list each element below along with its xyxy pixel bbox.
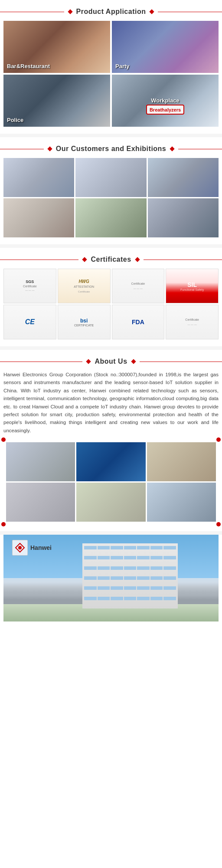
product-grid: Bar&Restaurant Party Police Workplace Br… <box>3 21 219 127</box>
building-windows <box>82 543 178 608</box>
product-application-section: Product Application Bar&Restaurant Party… <box>0 0 222 134</box>
window <box>111 586 123 590</box>
diamond-icon-right <box>150 9 154 14</box>
product-item-party: Party <box>112 21 219 73</box>
customers-header: Our Customers and Exhibitions <box>0 137 222 158</box>
diamond-icon-left-4 <box>86 359 91 364</box>
certificate-6-bsi: bsi CERTIFICATE <box>58 305 111 339</box>
divider-1 <box>0 134 222 137</box>
certificates-section: Certificates SGS Certificate — — — HWG A… <box>0 248 222 346</box>
about-photos-wrapper <box>3 440 219 524</box>
divider-3 <box>0 346 222 350</box>
product-item-police: Police <box>3 75 110 127</box>
hanwei-logo: Hanwei <box>12 540 52 556</box>
corner-dot-tl <box>1 437 6 442</box>
certificate-2: HWG ATTESTATION Certificate <box>58 269 111 303</box>
certificate-5-ce: CE <box>3 305 56 339</box>
window <box>124 556 137 559</box>
about-us-title: About Us <box>95 358 127 365</box>
customers-section: Our Customers and Exhibitions <box>0 137 222 244</box>
about-photo-4 <box>6 483 75 522</box>
window <box>150 586 163 590</box>
about-photo-1 <box>6 442 75 481</box>
window <box>84 546 97 549</box>
window <box>111 566 123 570</box>
about-us-text: Hanwei Electronics Group Corporation (St… <box>3 371 219 434</box>
window <box>84 586 97 590</box>
window <box>124 566 137 570</box>
about-us-header: About Us <box>0 350 222 371</box>
window <box>150 566 163 570</box>
building-structure <box>82 543 178 608</box>
about-photo-6 <box>147 483 216 522</box>
corner-dot-bl <box>1 522 6 526</box>
window <box>98 597 110 600</box>
product-application-header: Product Application <box>0 0 222 21</box>
sil-badge: SIL <box>180 281 204 288</box>
diamond-icon-right-3 <box>135 257 140 262</box>
corner-dot-tr <box>216 437 221 442</box>
customer-item-3 <box>148 158 219 197</box>
window <box>137 586 150 590</box>
window <box>124 576 137 580</box>
certificate-3: Certificate — — — <box>112 269 165 303</box>
diamond-icon-left-3 <box>82 257 87 262</box>
window <box>150 576 163 580</box>
window <box>163 546 176 549</box>
customer-item-1 <box>3 158 74 197</box>
window <box>84 556 97 559</box>
window <box>150 597 163 600</box>
certificates-top-row: SGS Certificate — — — HWG ATTESTATION Ce… <box>3 269 219 303</box>
certificate-8: Certificate — — — <box>166 305 219 339</box>
about-photo-3 <box>147 442 216 481</box>
certificate-7-fda: FDA <box>112 305 165 339</box>
window <box>98 546 110 549</box>
diamond-icon-left-2 <box>47 146 52 151</box>
window <box>124 597 137 600</box>
window <box>137 556 150 559</box>
building-container: Hanwei <box>0 535 222 628</box>
about-photos-bottom <box>6 483 216 522</box>
about-photo-5 <box>76 483 145 522</box>
window <box>137 597 150 600</box>
certificate-1: SGS Certificate — — — <box>3 269 56 303</box>
customer-item-5 <box>75 198 146 237</box>
customer-item-2 <box>75 158 146 197</box>
window <box>84 576 97 580</box>
window <box>163 586 176 590</box>
diamond-icon-right-2 <box>170 146 175 151</box>
customers-grid-container <box>0 158 222 244</box>
hanwei-logo-text: Hanwei <box>30 544 52 551</box>
ce-badge: CE <box>25 318 35 326</box>
workplace-badge-text: Breathalyzers <box>150 107 181 112</box>
window <box>98 576 110 580</box>
about-photos-top <box>6 442 216 481</box>
window <box>163 556 176 559</box>
customers-title: Our Customers and Exhibitions <box>56 145 166 153</box>
window <box>150 546 163 549</box>
customers-grid <box>3 158 219 237</box>
product-application-title: Product Application <box>76 8 146 16</box>
certificates-title: Certificates <box>91 256 131 263</box>
certificates-header: Certificates <box>0 248 222 269</box>
window <box>84 597 97 600</box>
window <box>137 546 150 549</box>
diamond-icon-left <box>68 9 72 14</box>
about-us-section: About Us Hanwei Electronics Group Corpor… <box>0 350 222 531</box>
hanwei-logo-svg <box>14 542 26 554</box>
diamond-icon-right-4 <box>131 359 136 364</box>
about-us-content: Hanwei Electronics Group Corporation (St… <box>0 371 222 531</box>
window <box>124 546 137 549</box>
product-item-bar: Bar&Restaurant <box>3 21 110 73</box>
hanwei-icon <box>12 540 28 556</box>
window <box>111 597 123 600</box>
window <box>111 556 123 559</box>
window <box>163 566 176 570</box>
window <box>98 556 110 559</box>
product-label-party: Party <box>115 63 130 69</box>
product-label-police: Police <box>7 117 23 123</box>
window <box>163 597 176 600</box>
product-item-workplace: Workplace Breathalyzers <box>112 75 219 127</box>
window <box>98 586 110 590</box>
window <box>163 576 176 580</box>
